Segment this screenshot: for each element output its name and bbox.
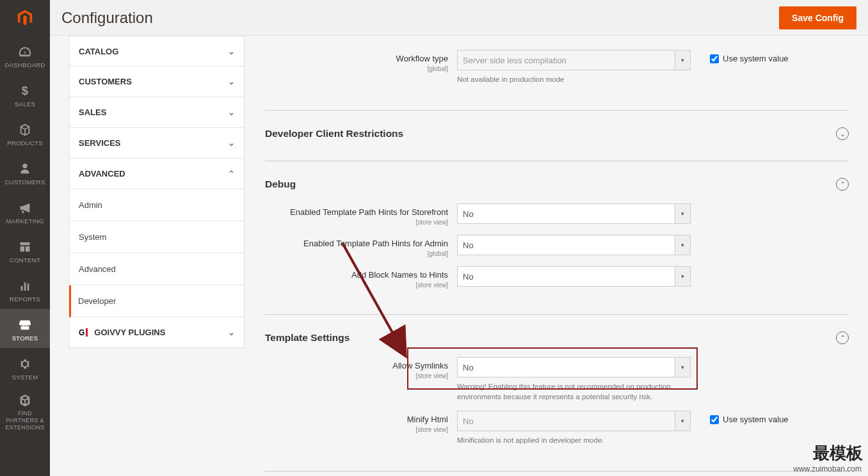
- field-scope: [store view]: [265, 372, 448, 379]
- nav-label: REPORTS: [10, 296, 40, 303]
- section-header[interactable]: Template Settings ⌃: [265, 315, 849, 352]
- chevron-down-icon: ⌄: [228, 328, 235, 337]
- field-tpl-hints-storefront: Enabled Template Path Hints for Storefro…: [265, 203, 849, 226]
- section-translate-inline: Translate Inline ⌄: [265, 471, 849, 476]
- sidebar-advanced[interactable]: ADVANCED⌃: [69, 159, 245, 189]
- sidebar-goivvy[interactable]: G GOIVVY PLUGINS⌄: [69, 317, 245, 348]
- sidebar-label: SERVICES: [79, 138, 121, 148]
- collapse-icon: ⌄: [836, 127, 849, 140]
- minify-use-system-checkbox[interactable]: [710, 415, 719, 424]
- tpl-hints-admin-select[interactable]: No▾: [457, 235, 691, 255]
- field-label: Enabled Template Path Hints for Storefro…: [290, 207, 448, 217]
- tpl-hints-storefront-select[interactable]: No▾: [457, 203, 691, 224]
- chevron-down-icon: ▾: [675, 358, 690, 377]
- nav-label: PRODUCTS: [7, 139, 43, 147]
- section-debug: Debug ⌃ Enabled Template Path Hints for …: [265, 161, 849, 301]
- sidebar-label: Advanced: [79, 264, 116, 274]
- sidebar-sub-developer[interactable]: Developer: [69, 285, 245, 317]
- field-tpl-hints-admin: Enabled Template Path Hints for Admin [g…: [265, 235, 849, 257]
- field-note: Warning! Enabling this feature is not re…: [457, 381, 691, 402]
- watermark-text: 最模板: [813, 442, 863, 464]
- allow-symlinks-select[interactable]: No▾: [457, 357, 691, 377]
- chevron-down-icon: ▾: [675, 51, 690, 70]
- nav-partners[interactable]: FIND PARTNERS & EXTENSIONS: [0, 387, 50, 437]
- field-note: Not available in production mode: [457, 74, 691, 84]
- section-title: Template Settings: [265, 332, 350, 344]
- sidebar-label: GOIVVY PLUGINS: [94, 328, 165, 337]
- minify-html-select[interactable]: No▾: [457, 411, 691, 431]
- megaphone-icon: [18, 201, 32, 215]
- chevron-down-icon: ⌄: [228, 77, 235, 86]
- nav-dashboard[interactable]: DASHBOARD: [0, 36, 50, 75]
- dollar-icon: $: [18, 84, 32, 98]
- sidebar-label: Admin: [79, 200, 102, 210]
- sidebar-catalog[interactable]: CATALOG⌄: [69, 36, 245, 67]
- storefront-icon: [18, 318, 32, 332]
- nav-stores[interactable]: STORES: [0, 309, 50, 348]
- field-scope: [store view]: [265, 426, 448, 433]
- select-value: No: [463, 272, 474, 282]
- admin-leftnav: DASHBOARD $ SALES PRODUCTS CUSTOMERS MAR…: [0, 0, 50, 476]
- config-sidebar: CATALOG⌄ CUSTOMERS⌄ SALES⌄ SERVICES⌄ ADV…: [69, 36, 245, 348]
- sidebar-sub-advanced[interactable]: Advanced: [69, 253, 245, 285]
- nav-system[interactable]: SYSTEM: [0, 348, 50, 387]
- sidebar-sub-admin[interactable]: Admin: [69, 189, 245, 221]
- watermark-url: www.zuimoban.com: [793, 464, 862, 473]
- field-scope: [store view]: [265, 219, 448, 226]
- nav-customers[interactable]: CUSTOMERS: [0, 153, 50, 192]
- workflow-type-select[interactable]: Server side less compilation▾: [457, 50, 691, 70]
- field-label: Add Block Names to Hints: [351, 270, 448, 280]
- nav-label: FIND PARTNERS & EXTENSIONS: [1, 410, 49, 431]
- chevron-down-icon: ▾: [675, 267, 690, 286]
- page-title: Configuration: [61, 9, 153, 27]
- section-template-settings: Template Settings ⌃ Allow Symlinks [stor…: [265, 314, 849, 458]
- nav-sales[interactable]: $ SALES: [0, 75, 50, 114]
- chevron-down-icon: ⌄: [228, 107, 235, 117]
- sidebar-customers[interactable]: CUSTOMERS⌄: [69, 67, 245, 97]
- section-title: Developer Client Restrictions: [265, 128, 403, 139]
- nav-label: CUSTOMERS: [4, 178, 45, 186]
- nav-marketing[interactable]: MARKETING: [0, 192, 50, 231]
- goivvy-logo-icon: G: [79, 328, 88, 337]
- nav-reports[interactable]: REPORTS: [0, 270, 50, 309]
- sidebar-sales[interactable]: SALES⌄: [69, 97, 245, 128]
- nav-content[interactable]: CONTENT: [0, 231, 50, 270]
- nav-label: DASHBOARD: [5, 61, 45, 68]
- magento-logo[interactable]: [0, 0, 50, 36]
- nav-label: CONTENT: [10, 257, 40, 264]
- field-label: Allow Symlinks: [392, 361, 448, 370]
- svg-text:$: $: [22, 84, 28, 97]
- sidebar-sub-system[interactable]: System: [69, 221, 245, 253]
- field-note: Minification is not applied in developer…: [457, 435, 691, 445]
- person-icon: [18, 162, 32, 176]
- bars-icon: [18, 279, 32, 293]
- sidebar-label: System: [79, 232, 106, 242]
- select-value: No: [463, 241, 474, 250]
- section-header[interactable]: Developer Client Restrictions ⌄: [265, 111, 849, 148]
- block-names-select[interactable]: No▾: [457, 266, 691, 287]
- sidebar-label: Developer: [78, 296, 116, 306]
- nav-label: MARKETING: [6, 218, 44, 225]
- select-value: No: [463, 209, 474, 219]
- workflow-use-system-checkbox[interactable]: [710, 54, 719, 63]
- sidebar-services[interactable]: SERVICES⌄: [69, 128, 245, 159]
- save-config-button[interactable]: Save Config: [779, 6, 856, 29]
- expand-icon: ⌃: [836, 178, 849, 191]
- chevron-down-icon: ▾: [675, 411, 690, 431]
- box-icon: [18, 123, 32, 137]
- select-value: No: [463, 416, 474, 426]
- section-title: Debug: [265, 178, 296, 190]
- field-block-names: Add Block Names to Hints [store view] No…: [265, 266, 849, 289]
- gauge-icon: [18, 45, 32, 59]
- section-header[interactable]: Translate Inline ⌄: [265, 472, 849, 476]
- field-label: Workflow type: [396, 54, 448, 63]
- field-scope: [store view]: [265, 282, 448, 289]
- field-workflow-type: Workflow type [global] Server side less …: [265, 50, 849, 84]
- nav-products[interactable]: PRODUCTS: [0, 114, 50, 153]
- section-developer-client-restrictions: Developer Client Restrictions ⌄: [265, 110, 849, 148]
- partners-icon: [18, 393, 32, 408]
- top-bar: Configuration Save Config: [50, 0, 868, 36]
- sidebar-label: ADVANCED: [79, 169, 125, 178]
- select-value: No: [463, 363, 474, 372]
- section-header[interactable]: Debug ⌃: [265, 161, 849, 198]
